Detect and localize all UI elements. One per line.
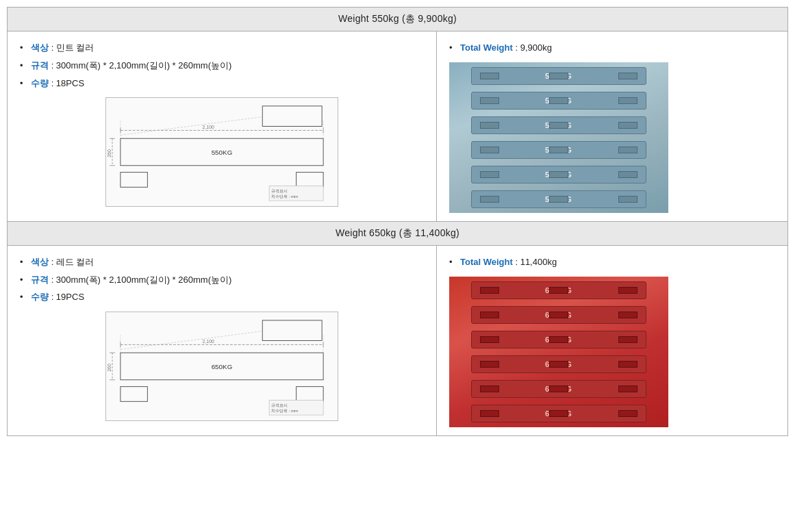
section1-total-weight: Total Weight : 9,900kg <box>449 41 775 55</box>
qty-separator: : <box>51 78 56 88</box>
section1-right: Total Weight : 9,900kg 550KG <box>437 31 788 222</box>
section2-total-list: Total Weight : 11,400kg <box>449 255 775 270</box>
svg-text:2,100: 2,100 <box>203 125 214 130</box>
spec-separator: : <box>51 60 56 71</box>
pallet-block-2: 550KG <box>471 92 646 110</box>
red-notch-left-1 <box>480 287 499 294</box>
section2-blueprint-svg: 650KG 규격표시 <box>106 312 338 420</box>
section2-spec: 규격 : 300mm(폭) * 2,100mm(길이) * 260mm(높이) <box>20 273 424 288</box>
section1-spec: 규격 : 300mm(폭) * 2,100mm(길이) * 260mm(높이) <box>20 59 424 73</box>
notch-left-1 <box>480 73 499 79</box>
notch-left-2 <box>480 97 499 104</box>
svg-text:규격표시: 규격표시 <box>271 403 288 407</box>
svg-text:650KG: 650KG <box>212 363 233 370</box>
qty-value: 18PCS <box>56 78 84 88</box>
section1-total-item: Total Weight : 9,900kg <box>449 41 775 55</box>
product-table: Weight 550kg (총 9,900kg) 색상 : 민트 컬러 규격 :… <box>7 7 788 436</box>
section2-color-label: 색상 <box>31 257 49 267</box>
red-pallet-1: 650KG <box>471 281 646 299</box>
notch-center-5 <box>549 171 568 178</box>
qty-label: 수량 <box>31 78 49 88</box>
red-notch-right-6 <box>618 410 638 417</box>
section2-qty-label: 수량 <box>31 292 49 302</box>
red-notch-center-4 <box>549 361 568 368</box>
svg-rect-23 <box>296 387 324 402</box>
section1-body-row: 색상 : 민트 컬러 규격 : 300mm(폭) * 2,100mm(길이) *… <box>8 31 788 222</box>
notch-right-3 <box>618 122 638 129</box>
section2-total-sep: : <box>515 257 520 267</box>
notch-center-2 <box>549 97 568 104</box>
section2-color-value: 레드 컬러 <box>56 257 94 267</box>
color-value: 민트 컬러 <box>56 42 94 53</box>
section2-header-row: Weight 650kg (총 11,400kg) <box>8 221 788 245</box>
notch-left-6 <box>480 196 499 203</box>
section1-total-list: Total Weight : 9,900kg <box>449 41 775 55</box>
section1-photo-content: 550KG 550KG 550KG <box>449 62 668 213</box>
section2-total-value: 11,400kg <box>520 257 557 267</box>
svg-line-11 <box>121 117 262 136</box>
red-notch-left-6 <box>480 410 499 417</box>
notch-left-4 <box>480 147 499 153</box>
notch-center-3 <box>549 122 568 129</box>
section2-right: Total Weight : 11,400kg 650KG <box>437 245 788 435</box>
red-notch-left-3 <box>480 336 499 343</box>
svg-text:550KG: 550KG <box>212 149 233 156</box>
red-notch-left-5 <box>480 385 499 392</box>
notch-center-4 <box>549 147 568 153</box>
red-pallet-6: 650KG <box>471 405 646 422</box>
svg-text:2,100: 2,100 <box>203 340 214 344</box>
section1-header: Weight 550kg (총 9,900kg) <box>8 8 788 31</box>
red-notch-left-2 <box>480 312 499 318</box>
section2-spec-label: 규격 <box>31 275 49 285</box>
color-label: 색상 <box>31 42 49 53</box>
svg-text:치수단위 : mm: 치수단위 : mm <box>271 409 298 413</box>
red-notch-right-4 <box>618 361 638 368</box>
red-pallet-2: 650KG <box>471 306 646 324</box>
svg-text:치수단위 : mm: 치수단위 : mm <box>271 195 298 199</box>
red-pallet-5: 650KG <box>471 380 646 398</box>
section1-qty: 수량 : 18PCS <box>20 77 424 91</box>
section2-total-weight: Total Weight : 11,400kg <box>449 255 775 270</box>
svg-rect-0 <box>262 106 322 127</box>
notch-right-1 <box>618 73 638 79</box>
pallet-block-1: 550KG <box>471 67 646 85</box>
section1-photo: 550KG 550KG 550KG <box>449 62 668 213</box>
section1-header-row: Weight 550kg (총 9,900kg) <box>8 8 788 31</box>
red-pallet-4: 650KG <box>471 355 646 373</box>
notch-right-5 <box>618 171 638 178</box>
notch-center-1 <box>549 73 568 79</box>
pallet-block-3: 550KG <box>471 116 646 134</box>
notch-right-2 <box>618 97 638 104</box>
section1-color: 색상 : 민트 컬러 <box>20 41 424 55</box>
section2-color-sep: : <box>51 257 56 267</box>
notch-left-5 <box>480 171 499 178</box>
spec-label: 규격 <box>31 60 49 71</box>
section2-photo-content: 650KG 650KG 650KG <box>449 277 668 427</box>
section2-qty: 수량 : 19PCS <box>20 290 424 305</box>
total-weight-value: 9,900kg <box>520 42 552 53</box>
total-weight-label: Total Weight <box>460 42 513 53</box>
section2-qty-value: 19PCS <box>56 292 84 302</box>
red-notch-center-1 <box>549 287 568 294</box>
section2-drawing: 650KG 규격표시 <box>105 312 338 421</box>
section2-total-label: Total Weight <box>460 257 513 267</box>
pallet-block-6: 550KG <box>471 190 646 208</box>
section1-specs: 색상 : 민트 컬러 규격 : 300mm(폭) * 2,100mm(길이) *… <box>20 41 424 90</box>
red-notch-center-3 <box>549 336 568 343</box>
red-notch-center-5 <box>549 385 568 392</box>
notch-right-6 <box>618 196 638 203</box>
notch-center-6 <box>549 196 568 203</box>
section2-left: 색상 : 레드 컬러 규격 : 300mm(폭) * 2,100mm(길이) *… <box>8 245 437 435</box>
red-notch-right-3 <box>618 336 638 343</box>
spec-value: 300mm(폭) * 2,100mm(길이) * 260mm(높이) <box>56 60 231 71</box>
section2-spec-sep: : <box>51 275 56 285</box>
red-notch-left-4 <box>480 361 499 368</box>
section2-body-row: 색상 : 레드 컬러 규격 : 300mm(폭) * 2,100mm(길이) *… <box>8 245 788 435</box>
section1-left: 색상 : 민트 컬러 규격 : 300mm(폭) * 2,100mm(길이) *… <box>8 31 437 222</box>
total-weight-sep: : <box>515 42 520 53</box>
color-separator: : <box>51 42 56 53</box>
section2-total-item: Total Weight : 11,400kg <box>449 255 775 270</box>
svg-rect-22 <box>121 387 148 402</box>
red-notch-center-6 <box>549 410 568 417</box>
section1-blueprint-svg: 550KG 규격표시 <box>106 98 338 206</box>
